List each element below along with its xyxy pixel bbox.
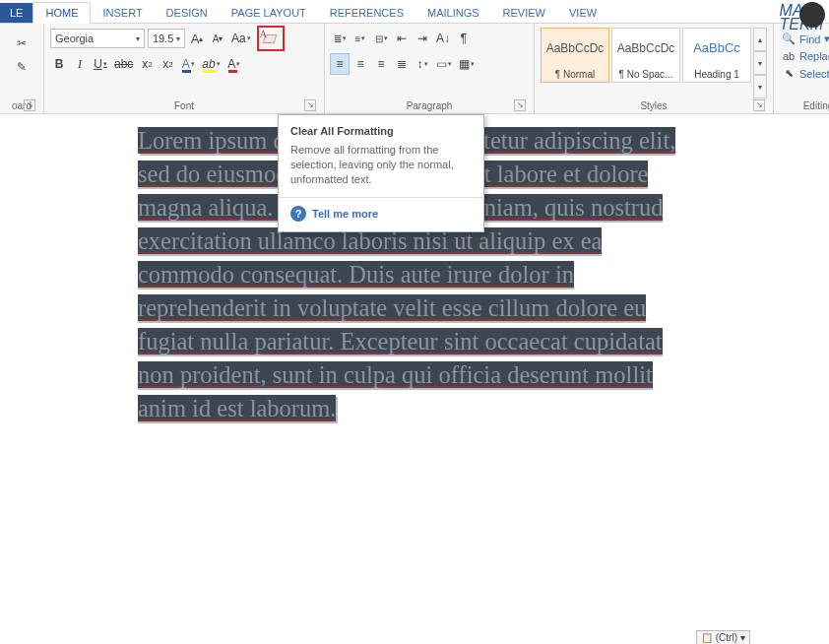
ribbon: MAS TEKM ✂ ✎ oard ↘ Georgia ▾ 19.5 ▾ — [0, 24, 829, 114]
tooltip-clear-formatting: Clear All Formatting Remove all formatti… — [278, 114, 484, 232]
tell-me-more-link[interactable]: ? Tell me more — [290, 206, 472, 222]
bullets-button[interactable]: ≣▾ — [331, 29, 349, 48]
font-name-value: Georgia — [55, 32, 94, 44]
tooltip-title: Clear All Formatting — [290, 125, 472, 137]
tab-references[interactable]: REFERENCES — [318, 3, 415, 23]
font-size-combo[interactable]: 19.5 ▾ — [148, 29, 185, 48]
font-label-text: Font — [174, 100, 194, 111]
shading-button[interactable]: ▭▾ — [434, 54, 454, 74]
clipboard-dialog-launcher[interactable]: ↘ — [24, 99, 35, 111]
paragraph-label-text: Paragraph — [407, 100, 453, 111]
styles-gallery-scroll[interactable]: ▴ ▾ ▾ — [753, 28, 767, 98]
italic-button[interactable]: I — [71, 54, 89, 74]
change-case-button[interactable]: Aa▾ — [229, 29, 253, 48]
style-tile-no-spacing[interactable]: AaBbCcDc ¶ No Spac... — [611, 28, 680, 83]
group-editing: 🔍 Find▾ ab Replace ⬉ Select▾ Editing — [774, 24, 829, 113]
numbering-button[interactable]: ≡▾ — [351, 29, 369, 48]
underline-button[interactable]: U▾ — [92, 54, 109, 74]
cursor-icon: ⬉ — [782, 67, 796, 80]
strikethrough-button[interactable]: abc — [112, 54, 135, 74]
replace-button[interactable]: ab Replace — [780, 49, 829, 63]
tab-mailings[interactable]: MAILINGS — [415, 3, 491, 23]
justify-button[interactable]: ≣ — [393, 54, 411, 74]
styles-label-text: Styles — [640, 100, 667, 111]
bold-button[interactable]: B — [50, 54, 68, 74]
chevron-down-icon[interactable]: ▾ — [753, 51, 767, 75]
logo-orb-icon — [799, 2, 825, 28]
borders-button[interactable]: ▦▾ — [457, 54, 477, 74]
group-label-editing: Editing — [780, 98, 829, 113]
chevron-down-icon: ▾ — [176, 34, 180, 43]
text-effects-button[interactable]: A▾ — [179, 54, 197, 74]
style-tile-normal[interactable]: AaBbCcDc ¶ Normal — [541, 28, 609, 83]
style-tile-heading1[interactable]: AaBbCc Heading 1 — [682, 28, 751, 83]
editing-label-text: Editing — [803, 100, 829, 111]
style-preview: AaBbCcDc — [612, 29, 679, 67]
font-dialog-launcher[interactable]: ↘ — [304, 99, 316, 111]
tab-design[interactable]: DESIGN — [155, 3, 220, 23]
superscript-button[interactable]: x2 — [159, 54, 176, 74]
paragraph-dialog-launcher[interactable]: ↘ — [514, 99, 526, 111]
group-paragraph: ≣▾ ≡▾ ⊟▾ ⇤ ⇥ A↓ ¶ ≡ ≡ ≡ ≣ ↕▾ ▭▾ ▦▾ Parag… — [325, 24, 535, 113]
styles-dialog-launcher[interactable]: ↘ — [753, 99, 765, 111]
font-color-button[interactable]: A▾ — [225, 54, 243, 74]
group-font: Georgia ▾ 19.5 ▾ A▴ A▾ Aa▾ A B I U▾ abc — [44, 24, 325, 113]
increase-indent-button[interactable]: ⇥ — [414, 29, 431, 48]
find-label: Find — [799, 33, 820, 45]
format-painter-button[interactable]: ✎ — [13, 57, 31, 77]
shrink-font-button[interactable]: A▾ — [209, 29, 226, 48]
tooltip-description: Remove all formatting from the selection… — [290, 143, 472, 187]
paste-options-badge[interactable]: 📋 (Ctrl) ▾ — [696, 630, 750, 644]
replace-label: Replace — [799, 50, 829, 62]
style-name: ¶ Normal — [542, 67, 608, 82]
cut-button[interactable]: ✂ — [13, 33, 31, 53]
style-name: Heading 1 — [683, 67, 750, 82]
tab-home[interactable]: HOME — [32, 2, 91, 24]
group-clipboard: ✂ ✎ oard ↘ — [0, 24, 44, 113]
chevron-down-icon: ▾ — [136, 34, 140, 43]
line-spacing-button[interactable]: ↕▾ — [414, 54, 431, 74]
clear-formatting-button[interactable]: A — [257, 26, 285, 51]
select-button[interactable]: ⬉ Select▾ — [780, 66, 829, 81]
style-name: ¶ No Spac... — [612, 67, 679, 82]
search-icon: 🔍 — [782, 32, 796, 45]
sort-button[interactable]: A↓ — [434, 29, 452, 48]
watermark-logo: MAS TEKM — [780, 4, 823, 32]
align-left-button[interactable]: ≡ — [331, 54, 349, 74]
help-icon: ? — [290, 206, 306, 222]
chevron-down-icon: ▾ — [740, 632, 745, 643]
grow-font-button[interactable]: A▴ — [188, 29, 206, 48]
tooltip-link-text: Tell me more — [312, 208, 378, 220]
style-preview: AaBbCc — [683, 29, 750, 67]
font-name-combo[interactable]: Georgia ▾ — [50, 29, 145, 48]
highlight-button[interactable]: ab▾ — [200, 54, 222, 74]
tab-file[interactable]: LE — [0, 3, 32, 23]
gallery-expand-icon[interactable]: ▾ — [753, 75, 767, 98]
replace-icon: ab — [782, 50, 796, 62]
show-marks-button[interactable]: ¶ — [455, 29, 473, 48]
group-styles: AaBbCcDc ¶ Normal AaBbCcDc ¶ No Spac... … — [535, 24, 774, 113]
tab-page-layout[interactable]: PAGE LAYOUT — [220, 3, 318, 23]
find-button[interactable]: 🔍 Find▾ — [780, 32, 829, 46]
subscript-button[interactable]: x2 — [138, 54, 156, 74]
paste-badge-label: (Ctrl) — [716, 632, 737, 643]
align-center-button[interactable]: ≡ — [351, 54, 369, 74]
font-size-value: 19.5 — [153, 32, 173, 44]
clipboard-icon: 📋 — [701, 632, 713, 643]
select-label: Select — [799, 68, 829, 80]
eraser-icon: A — [262, 32, 280, 45]
ribbon-tabs: LE HOME INSERT DESIGN PAGE LAYOUT REFERE… — [0, 0, 829, 24]
tab-review[interactable]: REVIEW — [491, 3, 557, 23]
divider — [279, 197, 483, 198]
style-preview: AaBbCcDc — [542, 29, 608, 67]
chevron-up-icon[interactable]: ▴ — [753, 28, 767, 51]
decrease-indent-button[interactable]: ⇤ — [393, 29, 411, 48]
group-label-styles: Styles ↘ — [541, 98, 767, 113]
tab-insert[interactable]: INSERT — [91, 3, 154, 23]
group-label-clipboard: oard ↘ — [6, 98, 37, 113]
group-label-paragraph: Paragraph ↘ — [331, 98, 528, 113]
align-right-button[interactable]: ≡ — [372, 54, 390, 74]
tab-view[interactable]: VIEW — [557, 3, 608, 23]
multilevel-list-button[interactable]: ⊟▾ — [372, 29, 390, 48]
group-label-font: Font ↘ — [50, 98, 318, 113]
